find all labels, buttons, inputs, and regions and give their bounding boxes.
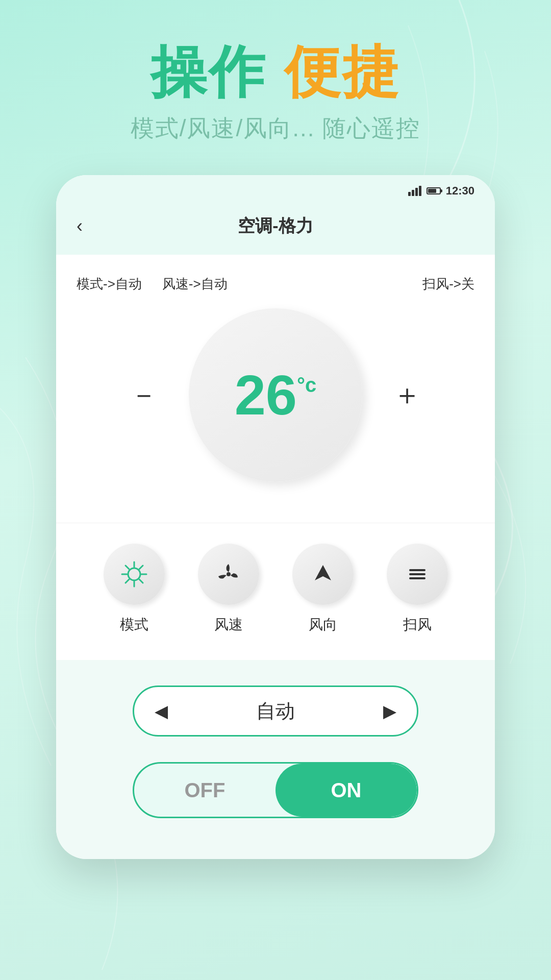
svg-line-8 [126,579,129,583]
direction-icon [309,560,337,589]
temp-increase-button[interactable]: ＋ [393,376,421,414]
selector-control[interactable]: ◀ 自动 ▶ [133,685,418,737]
sweep-button-label: 扫风 [403,615,432,634]
mode-icon [120,560,148,589]
hero-title-green: 操作 [151,40,267,103]
control-buttons-row: 模式 风速 [87,544,464,634]
mode-button[interactable]: 模式 [104,544,165,634]
svg-line-7 [139,566,143,569]
signal-icon [408,186,421,196]
svg-point-9 [227,572,231,576]
mode-button-label: 模式 [120,615,148,634]
toggle-off-label: OFF [134,779,276,802]
wind-speed-button-circle [198,544,259,605]
selector-right-arrow[interactable]: ▶ [383,701,396,721]
sweep-status: 扫风->关 [422,275,474,293]
hero-subtitle: 模式/风速/风向... 随心遥控 [131,113,421,144]
sweep-icon [403,560,432,589]
mode-button-circle [104,544,165,605]
selector-value: 自动 [256,698,295,724]
status-bar: 12:30 [56,175,495,203]
hero-title-orange: 便捷 [284,40,400,103]
status-icons: 12:30 [408,184,474,198]
back-button[interactable]: ‹ [77,213,90,239]
control-area: 模式->自动 风速->自动 扫风->关 － 26 °c ＋ [56,255,495,518]
temperature-display: 26 °c [189,308,362,482]
toggle-on-label: ON [276,779,417,802]
temperature-control: － 26 °c ＋ [77,308,474,482]
selector-left-arrow[interactable]: ◀ [155,701,168,721]
app-header: ‹ 空调-格力 [56,203,495,255]
hero-title: 操作 便捷 [151,41,401,103]
svg-point-0 [128,568,140,580]
bottom-section: ◀ 自动 ▶ OFF ON [56,660,495,859]
phone-mockup: 12:30 ‹ 空调-格力 模式->自动 风速->自动 扫风->关 － [56,175,495,859]
svg-line-6 [139,579,143,583]
sweep-button-circle [387,544,448,605]
wind-direction-button-circle [292,544,354,605]
mode-status: 模式->自动 [77,275,142,293]
main-content: 操作 便捷 模式/风速/风向... 随心遥控 12:30 ‹ [0,0,551,859]
temperature-unit: °c [297,375,316,395]
status-time: 12:30 [446,184,474,198]
wind-speed-button-label: 风速 [214,615,243,634]
battery-icon [427,187,441,194]
fan-icon [214,560,243,589]
app-title: 空调-格力 [238,214,313,238]
status-left: 模式->自动 风速->自动 [77,275,228,293]
wind-speed-status: 风速->自动 [162,275,228,293]
status-indicators: 模式->自动 风速->自动 扫风->关 [77,275,474,293]
wind-direction-button-label: 风向 [309,615,337,634]
toggle-switch[interactable]: OFF ON [133,762,418,818]
temp-decrease-button[interactable]: － [130,376,158,414]
temperature-value: 26 °c [235,367,317,423]
wind-direction-button[interactable]: 风向 [292,544,354,634]
sweep-button[interactable]: 扫风 [387,544,448,634]
svg-line-5 [126,566,129,569]
svg-marker-10 [315,565,331,580]
wind-speed-button[interactable]: 风速 [198,544,259,634]
control-buttons-panel: 模式 风速 [56,523,495,660]
